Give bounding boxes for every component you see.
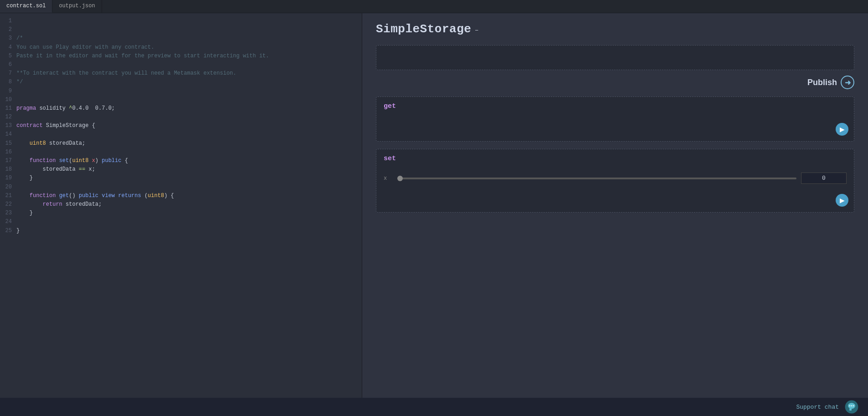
contract-title: SimpleStorage − — [376, 22, 478, 36]
tab-output-json[interactable]: output.json — [52, 0, 102, 13]
publish-arrow-icon: ➜ — [841, 76, 854, 89]
set-params-row: x — [384, 169, 847, 188]
preview-panel: SimpleStorage − Publish ➜ get ▶ — [362, 13, 868, 398]
tab-contract-sol[interactable]: contract.sol — [0, 0, 52, 13]
support-chat-label[interactable]: Support chat — [796, 404, 839, 411]
code-content[interactable]: /* You can use Play editor with any cont… — [16, 17, 362, 253]
contract-name-text: SimpleStorage — [376, 22, 471, 36]
set-method-card: set x ▶ — [376, 149, 854, 213]
svg-point-5 — [853, 405, 854, 406]
set-method-header: set — [376, 149, 854, 166]
code-area: 1 2 3 4 5 6 7 8 9 10 11 12 13 14 15 16 1… — [0, 13, 362, 256]
bottom-bar: Support chat — [0, 398, 868, 416]
set-number-input[interactable] — [801, 172, 847, 184]
svg-point-4 — [851, 405, 852, 406]
set-slider[interactable] — [397, 178, 796, 179]
get-run-button[interactable]: ▶ — [836, 123, 848, 136]
get-method-card: get ▶ — [376, 96, 854, 142]
get-run-icon: ▶ — [840, 126, 845, 133]
tab-output-json-label: output.json — [59, 3, 95, 9]
tab-bar: contract.sol output.json — [0, 0, 868, 13]
get-method-body — [376, 114, 854, 123]
set-method-body: x — [376, 166, 854, 194]
svg-point-3 — [849, 405, 850, 406]
set-param-label: x — [384, 175, 393, 182]
main-layout: 1 2 3 4 5 6 7 8 9 10 11 12 13 14 15 16 1… — [0, 13, 868, 398]
publish-button[interactable]: Publish ➜ — [807, 76, 854, 89]
set-method-name: set — [384, 155, 396, 162]
set-run-icon: ▶ — [840, 197, 845, 204]
editor-panel: 1 2 3 4 5 6 7 8 9 10 11 12 13 14 15 16 1… — [0, 13, 362, 398]
get-method-name: get — [384, 102, 396, 110]
set-method-footer: ▶ — [376, 194, 854, 212]
contract-header: SimpleStorage − — [376, 22, 854, 36]
set-run-button[interactable]: ▶ — [836, 194, 848, 207]
publish-label: Publish — [807, 78, 837, 87]
tab-contract-sol-label: contract.sol — [6, 3, 46, 9]
get-method-footer: ▶ — [376, 123, 854, 141]
collapse-contract-icon[interactable]: − — [475, 27, 478, 34]
line-numbers: 1 2 3 4 5 6 7 8 9 10 11 12 13 14 15 16 1… — [0, 17, 16, 253]
get-method-header: get — [376, 97, 854, 114]
publish-row: Publish ➜ — [376, 76, 854, 89]
contract-address-input-box[interactable] — [376, 45, 854, 70]
svg-rect-2 — [849, 408, 852, 411]
support-chat-icon[interactable] — [844, 400, 859, 414]
